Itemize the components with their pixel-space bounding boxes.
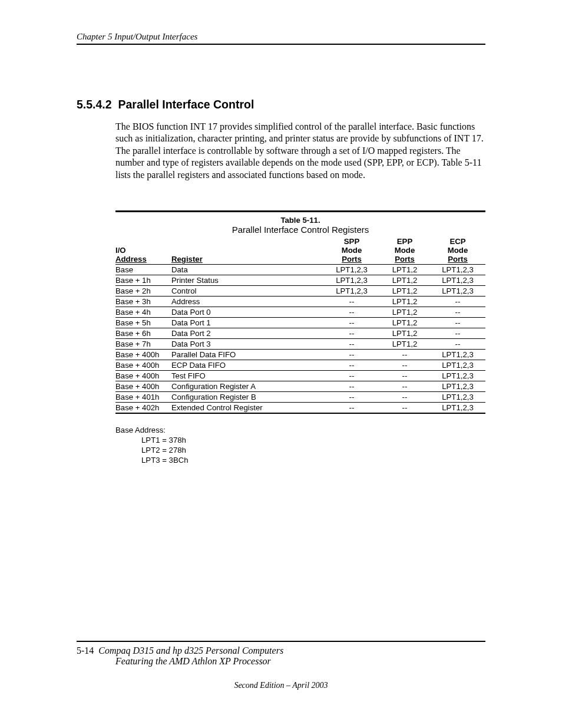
cell-ecp: LPT1,2,3 [432,265,485,275]
cell-ecp: LPT1,2,3 [432,371,485,381]
table-row: Base + 400hParallel Data FIFO----LPT1,2,… [115,350,485,360]
cell-epp: LPT1,2 [379,265,432,275]
footnote-lead: Base Address: [115,426,166,434]
table-row: Base + 6hData Port 2--LPT1,2-- [115,328,485,339]
cell-epp: LPT1,2 [379,318,432,328]
cell-ecp: LPT1,2,3 [432,286,485,297]
cell-ecp: LPT1,2,3 [432,360,485,371]
table-row: BaseDataLPT1,2,3LPT1,2LPT1,2,3 [115,265,485,275]
table-5-11: Table 5-11. Parallel Interface Control R… [115,210,485,414]
cell-addr: Base [115,265,171,275]
table-row: Base + 5hData Port 1--LPT1,2-- [115,318,485,328]
cell-reg: Test FIFO [171,371,326,381]
cell-ecp: LPT1,2,3 [432,392,485,403]
cell-epp: LPT1,2 [379,328,432,339]
cell-addr: Base + 3h [115,297,171,307]
cell-reg: Printer Status [171,275,326,286]
table-row: Base + 400hConfiguration Register A----L… [115,381,485,392]
table-row: Base + 400hECP Data FIFO----LPT1,2,3 [115,360,485,371]
cell-ecp: -- [432,307,485,318]
cell-spp: -- [326,339,379,350]
cell-spp: LPT1,2,3 [326,265,379,275]
cell-ecp: -- [432,318,485,328]
cell-addr: Base + 1h [115,275,171,286]
footnote-lpt1: LPT1 = 378h [115,436,485,446]
cell-spp: -- [326,328,379,339]
cell-addr: Base + 400h [115,381,171,392]
table-row: Base + 1hPrinter StatusLPT1,2,3LPT1,2LPT… [115,275,485,286]
cell-addr: Base + 4h [115,307,171,318]
cell-ecp: -- [432,339,485,350]
cell-ecp: LPT1,2,3 [432,403,485,413]
cell-ecp: LPT1,2,3 [432,350,485,360]
footer-title-1: Compaq D315 and hp d325 Personal Compute… [98,645,283,655]
cell-reg: Data Port 2 [171,328,326,339]
footnote-lpt2: LPT2 = 278h [115,446,485,456]
cell-spp: -- [326,307,379,318]
footnote-lpt3: LPT3 = 3BCh [115,456,485,466]
cell-reg: Data Port 1 [171,318,326,328]
table-number: Table 5-11. [115,212,485,225]
table-row: Base + 4hData Port 0--LPT1,2-- [115,307,485,318]
table-footnote: Base Address: LPT1 = 378h LPT2 = 278h LP… [115,426,485,466]
page-number: 5-14 [77,645,94,655]
cell-reg: Data [171,265,326,275]
cell-spp: -- [326,318,379,328]
table-header-row: I/OAddress Register SPPModePorts EPPMode… [115,237,485,265]
th-spp: SPPModePorts [326,237,379,265]
cell-reg: Extended Control Register [171,403,326,413]
footer-edition: Second Edition – April 2003 [77,681,485,690]
th-epp: EPPModePorts [379,237,432,265]
body-paragraph: The BIOS function INT 17 provides simpli… [115,121,485,181]
cell-reg: Configuration Register B [171,392,326,403]
cell-spp: -- [326,297,379,307]
cell-ecp: -- [432,328,485,339]
cell-reg: Parallel Data FIFO [171,350,326,360]
cell-reg: ECP Data FIFO [171,360,326,371]
th-register: Register [171,237,326,265]
cell-reg: Control [171,286,326,297]
section-heading: 5.5.4.2 Parallel Interface Control [77,98,485,111]
cell-reg: Data Port 3 [171,339,326,350]
cell-epp: -- [379,392,432,403]
cell-addr: Base + 400h [115,360,171,371]
cell-reg: Configuration Register A [171,381,326,392]
cell-epp: -- [379,381,432,392]
cell-epp: LPT1,2 [379,275,432,286]
cell-spp: -- [326,350,379,360]
cell-ecp: LPT1,2,3 [432,275,485,286]
cell-spp: -- [326,381,379,392]
cell-addr: Base + 400h [115,350,171,360]
cell-epp: -- [379,371,432,381]
th-ecp: ECPModePorts [432,237,485,265]
cell-addr: Base + 6h [115,328,171,339]
footer-title-2: Featuring the AMD Athlon XP Processor [77,656,485,667]
page-footer: 5-14 Compaq D315 and hp d325 Personal Co… [77,641,485,690]
cell-addr: Base + 400h [115,371,171,381]
running-header: Chapter 5 Input/Output Interfaces [77,32,485,45]
cell-addr: Base + 402h [115,403,171,413]
cell-spp: -- [326,360,379,371]
cell-epp: -- [379,360,432,371]
table-row: Base + 2hControlLPT1,2,3LPT1,2LPT1,2,3 [115,286,485,297]
table-row: Base + 7hData Port 3--LPT1,2-- [115,339,485,350]
table-row: Base + 402hExtended Control Register----… [115,403,485,413]
cell-reg: Data Port 0 [171,307,326,318]
cell-spp: LPT1,2,3 [326,275,379,286]
table-caption: Parallel Interface Control Registers [115,225,485,237]
section-number: 5.5.4.2 [77,98,112,111]
cell-spp: -- [326,392,379,403]
register-table: I/OAddress Register SPPModePorts EPPMode… [115,237,485,413]
cell-addr: Base + 401h [115,392,171,403]
cell-epp: LPT1,2 [379,307,432,318]
cell-addr: Base + 5h [115,318,171,328]
cell-spp: LPT1,2,3 [326,286,379,297]
cell-ecp: -- [432,297,485,307]
cell-spp: -- [326,403,379,413]
cell-epp: -- [379,403,432,413]
cell-spp: -- [326,371,379,381]
th-address: I/OAddress [115,237,171,265]
cell-addr: Base + 7h [115,339,171,350]
section-title: Parallel Interface Control [118,98,254,111]
cell-epp: LPT1,2 [379,297,432,307]
